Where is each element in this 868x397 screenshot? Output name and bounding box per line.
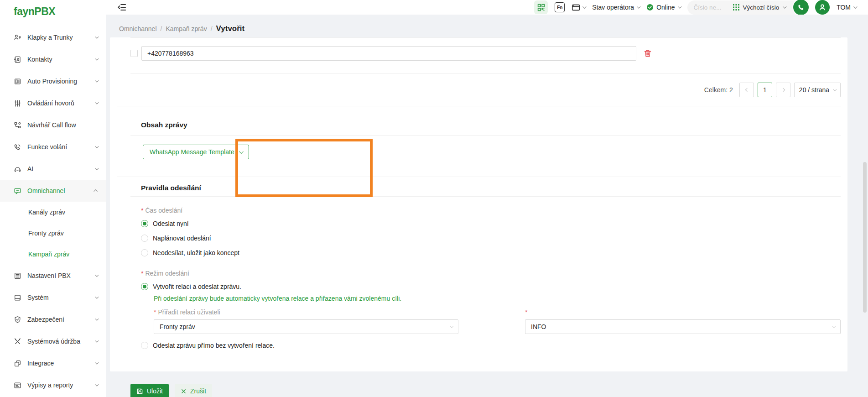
pagination-prev-button[interactable] <box>739 83 754 97</box>
sidebar-item-vypisy-a-reporty[interactable]: Výpisy a reporty <box>0 374 106 396</box>
sidebar-item-klapky-a-trunky[interactable]: Klapky a Trunky <box>0 26 106 48</box>
required-mark: * <box>141 270 143 277</box>
target-select[interactable]: INFO <box>525 319 841 334</box>
chevron-down-icon <box>582 5 586 8</box>
provisioning-icon <box>14 78 21 85</box>
chevron-down-icon <box>95 57 99 60</box>
pagination-next-button[interactable] <box>776 83 790 97</box>
radio-create-session[interactable]: Vytvořit relaci a odeslat zprávu. <box>141 282 841 292</box>
cancel-button[interactable]: Zrušit <box>175 384 212 397</box>
assign-session-select[interactable]: Fronty zpráv <box>154 319 458 334</box>
user-avatar[interactable] <box>815 0 830 15</box>
sidebar-item-label: Funkce volání <box>27 143 67 151</box>
pagination-page-1[interactable]: 1 <box>758 83 772 97</box>
fn-key-icon[interactable]: Fn <box>555 2 565 12</box>
sidebar-item-label: Nastavení PBX <box>27 272 71 279</box>
breadcrumb: Omnichannel / Kampaň zpráv / Vytvořit <box>110 15 847 37</box>
sidebar-collapse-icon[interactable] <box>117 3 126 12</box>
assign-session-field: *Přiřadit relaci uživateli Fronty zpráv <box>154 302 458 334</box>
system-icon <box>14 294 21 302</box>
default-number-select[interactable]: Výchozí číslo <box>743 4 780 11</box>
operator-status-dropdown[interactable]: Stav operátora <box>592 4 639 11</box>
sidebar-item-auto-provisioning[interactable]: Auto Provisioning <box>0 70 106 92</box>
vertical-scrollbar[interactable] <box>863 162 867 313</box>
sidebar-item-nastaveni-pbx[interactable]: Nastavení PBX <box>0 265 106 287</box>
call-button[interactable] <box>793 0 809 15</box>
reports-icon <box>14 381 21 389</box>
pagination-total: Celkem: 2 <box>704 86 733 94</box>
sidebar-item-navrhar-callflow[interactable]: Návrhář Call flow <box>0 114 106 136</box>
sending-rules-title: Pravidla odesílání <box>141 184 841 192</box>
chevron-down-icon <box>95 317 99 320</box>
main-column: Fn Stav operátora Online Výcho <box>106 0 868 397</box>
call-features-icon <box>14 143 21 151</box>
sidebar-item-label: Zabezpečení <box>27 316 64 323</box>
assign-session-value: Fronty zpráv <box>160 323 195 330</box>
user-menu[interactable]: TOM <box>837 4 856 11</box>
radio-save-draft[interactable]: Neodesílat, uložit jako koncept <box>141 248 841 258</box>
extensions-icon <box>14 34 21 42</box>
sidebar-subitem-fronty-zprav[interactable]: Fronty zpráv <box>0 223 106 244</box>
call-control-icon <box>14 99 21 107</box>
online-status-dropdown[interactable]: Online <box>646 4 680 11</box>
sidebar-item-systemova-udrzba[interactable]: Systémová údržba <box>0 330 106 352</box>
sidebar-item-label: AI <box>27 165 33 172</box>
sidebar-item-ovladani-hovoru[interactable]: Ovládání hovorů <box>0 92 106 114</box>
dial-number-input[interactable] <box>694 4 729 11</box>
user-name: TOM <box>837 4 851 11</box>
qr-code-icon[interactable] <box>534 0 548 14</box>
radio-schedule[interactable]: Naplánovat odeslání <box>141 233 841 243</box>
top-header: Fn Stav operátora Online Výcho <box>106 0 868 15</box>
sidebar-item-label: Ovládání hovorů <box>27 99 74 107</box>
chevron-down-icon <box>95 166 99 170</box>
chevron-down-icon <box>95 273 99 277</box>
sidebar-item-system[interactable]: Systém <box>0 287 106 308</box>
chevron-down-icon <box>95 295 99 298</box>
required-mark: * <box>154 308 156 316</box>
message-template-selector[interactable]: WhatsApp Message Template <box>143 145 249 159</box>
breadcrumb-omnichannel[interactable]: Omnichannel <box>119 25 157 32</box>
save-button[interactable]: Uložit <box>130 384 169 397</box>
sidebar: faynPBX Klapky a Trunky Kontakty <box>0 0 106 397</box>
recipient-checkbox[interactable] <box>130 50 138 57</box>
delete-recipient-icon[interactable] <box>644 49 652 57</box>
sidebar-item-label: Klapky a Trunky <box>27 34 73 41</box>
radio-label: Naplánovat odeslání <box>153 235 211 242</box>
radio-selected-icon <box>141 220 148 227</box>
sidebar-item-integrace[interactable]: Integrace <box>0 352 106 374</box>
chevron-down-icon <box>239 149 244 154</box>
user-icon <box>818 3 826 11</box>
page-size-select[interactable]: 20 / strana <box>794 83 841 97</box>
maintenance-tools-icon <box>14 338 21 345</box>
dialpad-icon <box>733 4 739 10</box>
page-size-value: 20 / strana <box>799 86 829 94</box>
sidebar-item-label: Omnichannel <box>27 187 65 194</box>
form-actions: Uložit Zrušit <box>110 384 847 397</box>
sidebar-subitem-kampan-zprav[interactable]: Kampaň zpráv <box>0 244 106 265</box>
online-status-label: Online <box>656 4 675 11</box>
radio-send-now[interactable]: Odeslat nyní <box>141 219 841 229</box>
sidebar-subitem-kanaly-zprav[interactable]: Kanály zpráv <box>0 202 106 223</box>
sidebar-item-omnichannel[interactable]: Omnichannel <box>0 180 106 202</box>
chevron-down-icon <box>95 382 99 386</box>
ai-icon <box>14 165 21 173</box>
cancel-button-label: Zrušit <box>190 387 206 395</box>
window-switcher-button[interactable] <box>572 3 585 12</box>
sidebar-item-funkce-volani[interactable]: Funkce volání <box>0 136 106 158</box>
breadcrumb-kampan-zprav[interactable]: Kampaň zpráv <box>166 25 207 32</box>
sidebar-item-ai[interactable]: AI <box>0 158 106 180</box>
breadcrumb-separator: / <box>161 25 162 32</box>
radio-unselected-icon <box>141 249 148 256</box>
recipient-row <box>130 37 841 74</box>
recipient-phone-input[interactable] <box>141 46 636 61</box>
sidebar-item-label: Návrhář Call flow <box>27 121 76 129</box>
sidebar-item-kontakty[interactable]: Kontakty <box>0 48 106 70</box>
chevron-down-icon <box>95 339 99 342</box>
radio-send-direct[interactable]: Odeslat zprávu přímo bez vytvoření relac… <box>141 340 841 350</box>
assign-row: *Přiřadit relaci uživateli Fronty zpráv … <box>154 302 841 334</box>
brand-logo: faynPBX <box>0 0 106 23</box>
chevron-down-icon <box>637 5 640 8</box>
chevron-up-icon <box>94 189 97 193</box>
app-window: faynPBX Klapky a Trunky Kontakty <box>0 0 868 397</box>
sidebar-item-zabezpeceni[interactable]: Zabezpečení <box>0 308 106 330</box>
